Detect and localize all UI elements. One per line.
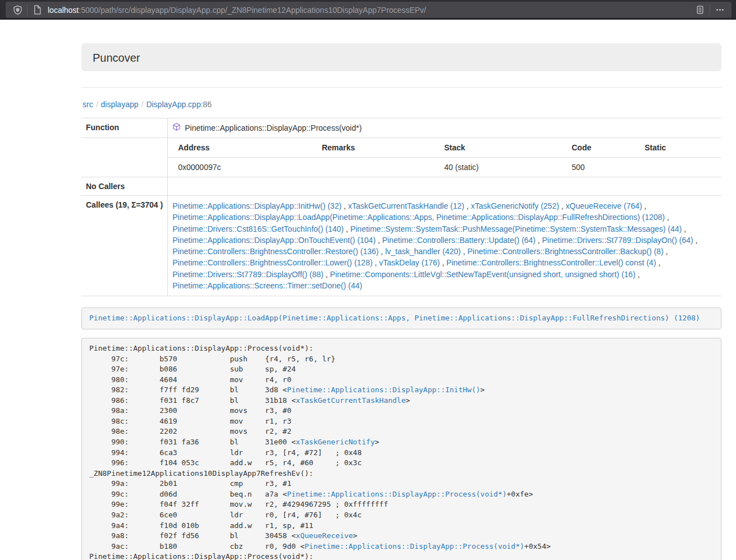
value-stack: 40 (static)	[440, 158, 567, 177]
stats-value-row: 0x0000097c 40 (static) 500	[168, 158, 721, 177]
col-code: Code	[567, 138, 640, 158]
browser-toolbar: localhost:5000/path/src/displayapp/Displ…	[0, 0, 736, 20]
function-name: Pinetime::Applications::DisplayApp::Proc…	[185, 123, 362, 132]
callee-link[interactable]: xTaskGetCurrentTaskHandle (12)	[348, 201, 464, 210]
function-row-label: Function	[81, 118, 168, 138]
callees-row: Callees (19, Σ=3704 ) Pinetime::Applicat…	[81, 196, 721, 296]
stats-header-row: Address Remarks Stack Code Static	[168, 138, 721, 158]
callees-label: Callees (19, Σ=3704 )	[81, 196, 168, 296]
reader-mode-icon[interactable]	[693, 5, 707, 15]
function-table: Function Pinetime::Applications::Display…	[81, 118, 721, 296]
function-stats-row: Address Remarks Stack Code Static 0x0000…	[81, 138, 721, 177]
value-code: 500	[567, 158, 640, 177]
callee-link[interactable]: Pinetime::Applications::Screens::Timer::…	[172, 281, 362, 290]
col-static: Static	[640, 138, 721, 158]
url-path: :5000/path/src/displayapp/DisplayApp.cpp…	[79, 6, 426, 15]
function-row: Function Pinetime::Applications::Display…	[81, 118, 721, 138]
col-stack: Stack	[440, 138, 567, 158]
function-name-wrap: Pinetime::Applications::DisplayApp::Proc…	[172, 123, 362, 133]
toolbar-divider	[27, 4, 28, 15]
callee-link[interactable]: Pinetime::Controllers::Battery::Update()…	[382, 236, 536, 245]
disassembly-code: Pinetime::Applications::DisplayApp::Proc…	[81, 338, 721, 560]
callee-link[interactable]: Pinetime::Components::LittleVgl::SetNewT…	[330, 270, 636, 279]
callees-cell: Pinetime::Applications::DisplayApp::Init…	[168, 196, 721, 296]
url-host: localhost	[48, 6, 79, 15]
col-remarks: Remarks	[317, 138, 440, 158]
callee-link[interactable]: Pinetime::Drivers::Cst816S::GetTouchInfo…	[172, 224, 344, 233]
value-remarks	[317, 158, 440, 177]
breadcrumb-displayapp[interactable]: displayapp	[101, 100, 139, 109]
shield-icon[interactable]	[10, 5, 25, 15]
breadcrumb-file[interactable]: DisplayApp.cpp	[146, 100, 200, 109]
symbol-link[interactable]: Pinetime::Applications::DisplayApp::Proc…	[305, 542, 524, 550]
callee-link[interactable]: Pinetime::Drivers::St7789::DisplayOff() …	[172, 270, 323, 279]
symbol-link[interactable]: xTaskGenericNotify	[296, 438, 375, 446]
page-content: Puncover src/displayapp/DisplayApp.cpp:8…	[81, 43, 721, 560]
callee-link[interactable]: Pinetime::Applications::DisplayApp::OnTo…	[172, 236, 376, 245]
callee-link[interactable]: xQueueReceive (764)	[566, 201, 642, 210]
url-bar[interactable]: localhost:5000/path/src/displayapp/Displ…	[6, 2, 732, 18]
callee-link[interactable]: lv_task_handler (420)	[385, 247, 461, 256]
callee-link[interactable]: Pinetime::System::SystemTask::PushMessag…	[350, 224, 682, 233]
callee-link[interactable]: Pinetime::Applications::DisplayApp::Init…	[172, 201, 341, 210]
callee-link[interactable]: Pinetime::Controllers::BrightnessControl…	[467, 247, 663, 256]
app-header: Puncover	[81, 43, 721, 71]
overflow-menu-icon[interactable]	[712, 5, 727, 15]
cube-icon	[172, 122, 181, 133]
callee-link[interactable]: Pinetime::Controllers::BrightnessControl…	[172, 247, 378, 256]
value-address: 0x0000097c	[168, 158, 317, 177]
no-callers-label: No Callers	[81, 177, 168, 196]
toolbar-divider	[710, 4, 710, 15]
callee-link[interactable]: Pinetime::Controllers::BrightnessControl…	[446, 258, 656, 267]
source-snippet-box: Pinetime::Applications::DisplayApp::Load…	[81, 307, 721, 329]
value-static	[640, 158, 721, 177]
symbol-link[interactable]: Pinetime::Applications::DisplayApp::Proc…	[287, 490, 506, 498]
breadcrumb-src[interactable]: src	[83, 100, 93, 109]
breadcrumb-separator: /	[93, 100, 101, 109]
symbol-link[interactable]: xQueueReceive	[296, 531, 353, 540]
page-icon[interactable]	[30, 5, 44, 15]
url-text[interactable]: localhost:5000/path/src/displayapp/Displ…	[48, 6, 693, 15]
callee-link[interactable]: xTaskGenericNotify (252)	[471, 201, 559, 210]
callee-link[interactable]: Pinetime::Controllers::BrightnessControl…	[172, 258, 372, 267]
divider	[81, 87, 721, 88]
callee-link[interactable]: Pinetime::Applications::DisplayApp::Load…	[172, 213, 665, 222]
symbol-link[interactable]: Pinetime::Applications::DisplayApp::Init…	[287, 385, 480, 394]
empty-row-label	[81, 138, 168, 177]
callee-link[interactable]: vTaskDelay (176)	[379, 258, 440, 267]
breadcrumb-line-number: :86	[201, 100, 212, 109]
symbol-link[interactable]: xTaskGetCurrentTaskHandle	[296, 396, 406, 405]
loadapp-symbol-link[interactable]: Pinetime::Applications::DisplayApp::Load…	[89, 314, 700, 322]
breadcrumb-separator: /	[139, 100, 147, 109]
page-title: Puncover	[93, 52, 710, 65]
breadcrumb: src/displayapp/DisplayApp.cpp:86	[83, 100, 721, 109]
stats-table: Address Remarks Stack Code Static 0x0000…	[168, 138, 721, 177]
col-address: Address	[168, 138, 317, 158]
callee-link[interactable]: Pinetime::Drivers::St7789::DisplayOn() (…	[542, 236, 693, 245]
no-callers-row: No Callers	[81, 177, 721, 196]
